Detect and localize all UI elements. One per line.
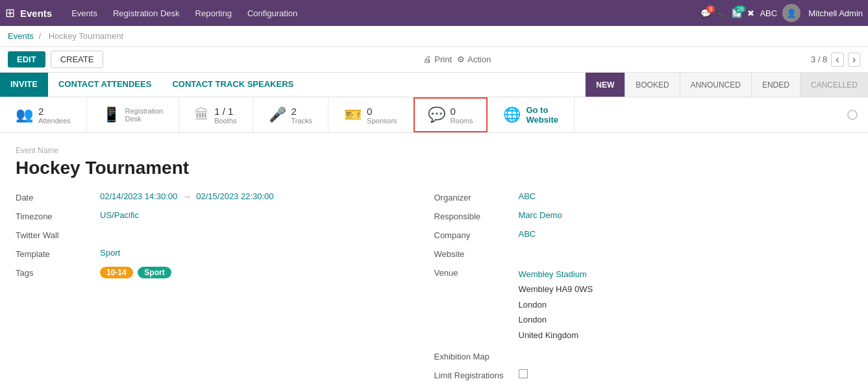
twitter-wall-label: Twitter Wall <box>16 229 100 240</box>
stat-rooms[interactable]: 💬 0 Rooms <box>414 97 488 132</box>
stat-registration-desk[interactable]: 📱 RegistrationDesk <box>87 97 180 132</box>
field-responsible: Responsible Marc Demo <box>434 210 827 221</box>
top-navigation: ⊞ Events Events Registration Desk Report… <box>0 0 868 26</box>
date-start[interactable]: 02/14/2023 14:30:00 <box>100 191 177 201</box>
sponsors-count: 0 <box>367 106 397 117</box>
website-label: Website <box>434 248 519 259</box>
tab-contact-attendees[interactable]: CONTACT ATTENDEES <box>48 73 162 97</box>
attendees-icon: 👥 <box>16 106 33 123</box>
status-bar: INVITE CONTACT ATTENDEES CONTACT TRACK S… <box>0 73 868 97</box>
company-value[interactable]: ABC <box>519 229 536 239</box>
field-date: Date 02/14/2023 14:30:00 → 02/15/2023 22… <box>16 191 408 202</box>
stat-attendees[interactable]: 👥 2 Attendees <box>0 97 87 132</box>
pipeline: NEW BOOKED ANNOUNCED ENDED CANCELLED <box>585 73 868 97</box>
venue-name[interactable]: Wembley Stadium <box>519 267 593 282</box>
pipeline-new[interactable]: NEW <box>585 73 625 97</box>
event-name: Hockey Tournament <box>16 158 852 178</box>
responsible-value[interactable]: Marc Demo <box>519 210 562 220</box>
app-grid-icon[interactable]: ⊞ <box>5 6 15 20</box>
date-arrow: → <box>182 191 191 201</box>
venue-address1: Wembley HA9 0WS <box>519 282 593 297</box>
website-icon: 🌐 <box>503 106 521 123</box>
phone-icon[interactable]: 📞 <box>716 8 726 18</box>
edit-button[interactable]: EDIT <box>8 51 45 67</box>
field-template: Template Sport <box>16 248 408 259</box>
print-label: Print <box>434 55 452 64</box>
timezone-label: Timezone <box>16 210 100 221</box>
stat-booths[interactable]: 🏛 1 / 1 Booths <box>179 97 253 132</box>
next-button[interactable]: › <box>848 53 860 67</box>
pipeline-booked[interactable]: BOOKED <box>625 73 679 97</box>
tag-10-14[interactable]: 10-14 <box>100 267 133 278</box>
responsible-label: Responsible <box>434 210 519 221</box>
tags-container: 10-14 Sport <box>100 267 174 278</box>
pipeline-cancelled[interactable]: CANCELLED <box>800 73 868 97</box>
nav-reporting[interactable]: Reporting <box>189 8 238 18</box>
breadcrumb-current: Hockey Tournament <box>49 31 123 41</box>
rooms-label: Rooms <box>451 117 473 125</box>
print-button[interactable]: 🖨 Print <box>423 55 452 64</box>
breadcrumb-parent[interactable]: Events <box>8 31 34 41</box>
breadcrumb-separator: / <box>38 31 41 41</box>
company-label: Company <box>434 229 519 240</box>
create-button[interactable]: CREATE <box>51 51 104 68</box>
tags-label: Tags <box>16 267 100 278</box>
tab-invite[interactable]: INVITE <box>0 73 48 97</box>
venue-city1: London <box>519 297 593 312</box>
pagination-text: 3 / 8 <box>811 55 827 64</box>
organizer-label: Organizer <box>434 191 519 202</box>
timezone-value[interactable]: US/Pacific <box>100 210 139 220</box>
nav-configuration[interactable]: Configuration <box>241 8 304 18</box>
registration-desk-icon: 📱 <box>103 106 120 123</box>
event-name-label: Event Name <box>16 146 852 155</box>
limit-registrations-label: Limit Registrations <box>434 369 519 380</box>
app-name[interactable]: Events <box>20 8 52 19</box>
stats-bar: 👥 2 Attendees 📱 RegistrationDesk 🏛 1 / 1… <box>0 97 868 133</box>
organizer-value[interactable]: ABC <box>519 191 536 201</box>
stat-go-to-website[interactable]: 🌐 Go toWebsite <box>488 97 575 132</box>
prev-button[interactable]: ‹ <box>831 53 843 67</box>
booths-label: Booths <box>214 117 236 125</box>
rooms-count: 0 <box>451 106 473 117</box>
activity-badge: 28 <box>734 5 746 13</box>
activity-icon[interactable]: 🔄 28 <box>732 8 742 18</box>
stat-sponsors[interactable]: 🎫 0 Sponsors <box>329 97 413 132</box>
exhibition-map-label: Exhibition Map <box>434 350 519 361</box>
status-radio[interactable] <box>847 110 858 120</box>
tracks-count: 2 <box>291 106 313 117</box>
attendees-count: 2 <box>38 106 71 117</box>
date-end[interactable]: 02/15/2023 22:30:00 <box>196 191 273 201</box>
toolbar: EDIT CREATE 🖨 Print ⚙ Action 3 / 8 ‹ › <box>0 47 868 73</box>
breadcrumb: Events / Hockey Tournament <box>0 26 868 47</box>
nav-events[interactable]: Events <box>65 8 104 18</box>
tag-sport[interactable]: Sport <box>138 267 171 278</box>
action-tabs: INVITE CONTACT ATTENDEES CONTACT TRACK S… <box>0 73 585 97</box>
venue-country: United Kingdom <box>519 328 593 343</box>
action-button[interactable]: ⚙ Action <box>457 55 491 64</box>
field-timezone: Timezone US/Pacific <box>16 210 408 221</box>
pipeline-announced[interactable]: ANNOUNCED <box>680 73 751 97</box>
registration-desk-label: RegistrationDesk <box>125 107 164 123</box>
sponsors-icon: 🎫 <box>344 106 362 123</box>
tracks-icon: 🎤 <box>269 106 286 123</box>
tab-contact-track-speakers[interactable]: CONTACT TRACK SPEAKERS <box>162 73 304 97</box>
field-limit-registrations: Limit Registrations <box>434 369 827 380</box>
pipeline-ended[interactable]: ENDED <box>751 73 800 97</box>
template-value[interactable]: Sport <box>100 248 120 258</box>
tracks-label: Tracks <box>291 117 313 125</box>
sponsors-label: Sponsors <box>367 117 397 125</box>
chat-badge: 5 <box>706 5 715 13</box>
rooms-icon: 💬 <box>428 106 445 123</box>
gear-icon: ⚙ <box>457 55 465 64</box>
venue-value: Wembley Stadium Wembley HA9 0WS London L… <box>519 267 593 343</box>
nav-registration-desk[interactable]: Registration Desk <box>106 8 186 18</box>
field-company: Company ABC <box>434 229 827 240</box>
settings-icon[interactable]: ✖ <box>747 8 754 18</box>
avatar[interactable]: 👤 <box>782 4 800 22</box>
form-left: Date 02/14/2023 14:30:00 → 02/15/2023 22… <box>16 191 434 388</box>
venue-label: Venue <box>434 267 519 278</box>
stat-tracks[interactable]: 🎤 2 Tracks <box>253 97 329 132</box>
limit-registrations-checkbox[interactable] <box>519 369 528 378</box>
chat-icon[interactable]: 💬 5 <box>701 8 711 18</box>
booths-icon: 🏛 <box>195 106 209 123</box>
